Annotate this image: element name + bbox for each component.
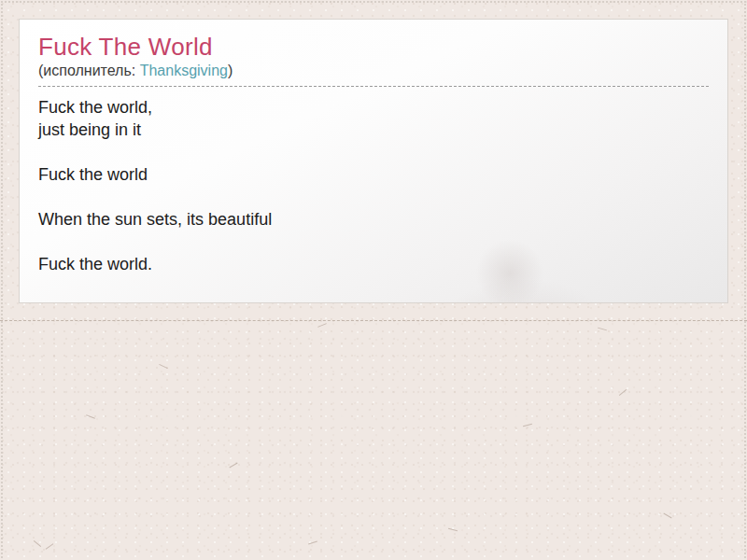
- paper-fleck: [308, 540, 317, 544]
- paper-fleck: [619, 389, 627, 396]
- artist-label-suffix: ): [228, 63, 233, 78]
- paper-fleck: [229, 463, 237, 469]
- artist-link[interactable]: Thanksgiving: [140, 63, 228, 78]
- paper-fleck: [448, 528, 458, 531]
- paper-fleck: [523, 424, 532, 427]
- paper-fleck: [34, 540, 41, 547]
- artist-label-prefix: (исполнитель:: [38, 63, 140, 78]
- paper-fleck: [663, 513, 671, 519]
- lyrics-card: Fuck The World (исполнитель: Thanksgivin…: [19, 19, 728, 303]
- lyrics-text: Fuck the world, just being in it Fuck th…: [38, 96, 709, 275]
- song-title: Fuck The World: [38, 34, 709, 60]
- artist-line: (исполнитель: Thanksgiving): [38, 61, 709, 87]
- page-divider: [0, 320, 747, 321]
- lyrics-page: { "header": { "song_title": "Fuck The Wo…: [0, 0, 747, 560]
- paper-fleck: [159, 364, 167, 369]
- paper-fleck: [317, 323, 327, 328]
- paper-fleck: [46, 543, 54, 550]
- paper-fleck: [598, 328, 607, 331]
- paper-fleck: [86, 414, 95, 418]
